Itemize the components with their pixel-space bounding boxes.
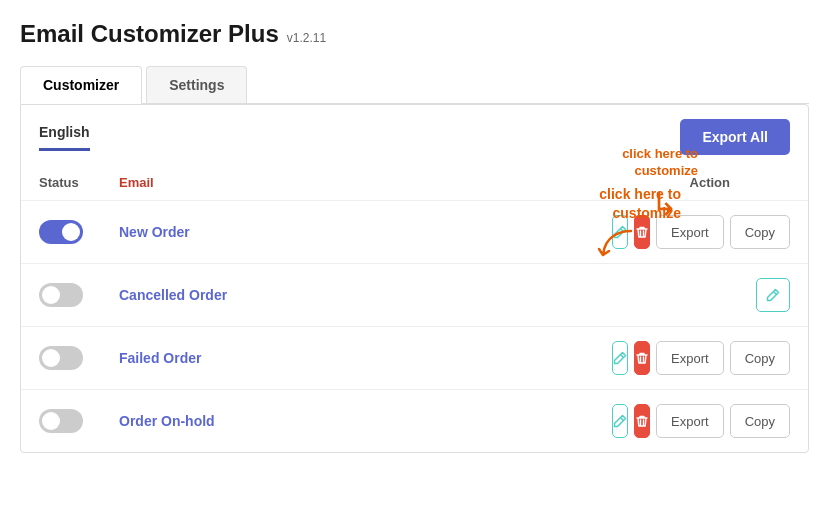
action-buttons-failed-order: Export Copy <box>630 341 790 375</box>
export-button-new-order[interactable]: Export <box>656 215 724 249</box>
rows-container: click here tocustomize ↱ New Order <box>21 201 808 452</box>
table-row: click here tocustomize ↱ New Order <box>21 201 808 264</box>
toggle-new-order[interactable] <box>39 220 83 244</box>
toggle-cancelled-order[interactable] <box>39 283 83 307</box>
copy-button-failed-order[interactable]: Copy <box>730 341 790 375</box>
action-buttons-order-onhold: Export Copy <box>630 404 790 438</box>
tab-settings[interactable]: Settings <box>146 66 247 103</box>
version-badge: v1.2.11 <box>287 31 326 45</box>
language-tab[interactable]: English <box>39 124 90 151</box>
action-buttons-new-order: Export Copy <box>630 215 790 249</box>
export-button-order-onhold[interactable]: Export <box>656 404 724 438</box>
edit-button-failed-order[interactable] <box>612 341 628 375</box>
table-header: Status Email Action <box>21 165 808 201</box>
table-row: Failed Order Export Copy <box>21 327 808 390</box>
email-name-failed-order[interactable]: Failed Order <box>119 350 630 366</box>
panel-header: English Export All <box>21 105 808 155</box>
toggle-order-onhold[interactable] <box>39 409 83 433</box>
table-row: Cancelled Order <box>21 264 808 327</box>
edit-button-order-onhold[interactable] <box>612 404 628 438</box>
edit-button-new-order[interactable] <box>612 215 628 249</box>
page-title: Email Customizer Plus <box>20 20 279 48</box>
page-header: Email Customizer Plus v1.2.11 <box>20 20 809 48</box>
export-all-button[interactable]: Export All <box>680 119 790 155</box>
copy-button-order-onhold[interactable]: Copy <box>730 404 790 438</box>
col-action-header: Action <box>630 175 790 190</box>
tab-customizer[interactable]: Customizer <box>20 66 142 104</box>
email-name-order-onhold[interactable]: Order On-hold <box>119 413 630 429</box>
action-buttons-cancelled-order <box>630 278 790 312</box>
col-email-header: Email <box>119 175 630 190</box>
email-name-cancelled-order[interactable]: Cancelled Order <box>119 287 630 303</box>
panel: English Export All Status Email Action c… <box>20 104 809 453</box>
delete-button-new-order[interactable] <box>634 215 650 249</box>
delete-button-failed-order[interactable] <box>634 341 650 375</box>
tabs-bar: Customizer Settings <box>20 66 809 104</box>
col-status-header: Status <box>39 175 119 190</box>
edit-button-cancelled-order[interactable] <box>756 278 790 312</box>
toggle-failed-order[interactable] <box>39 346 83 370</box>
email-name-new-order[interactable]: New Order <box>119 224 630 240</box>
delete-button-order-onhold[interactable] <box>634 404 650 438</box>
export-button-failed-order[interactable]: Export <box>656 341 724 375</box>
table-row: Order On-hold Export Copy <box>21 390 808 452</box>
copy-button-new-order[interactable]: Copy <box>730 215 790 249</box>
